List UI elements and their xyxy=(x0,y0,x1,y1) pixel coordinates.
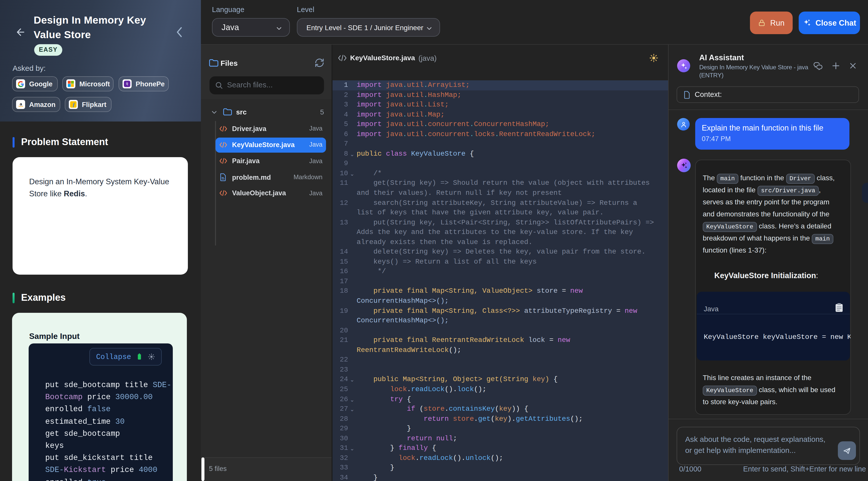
svg-text:a: a xyxy=(19,101,22,106)
svg-text:पे: पे xyxy=(126,82,128,86)
